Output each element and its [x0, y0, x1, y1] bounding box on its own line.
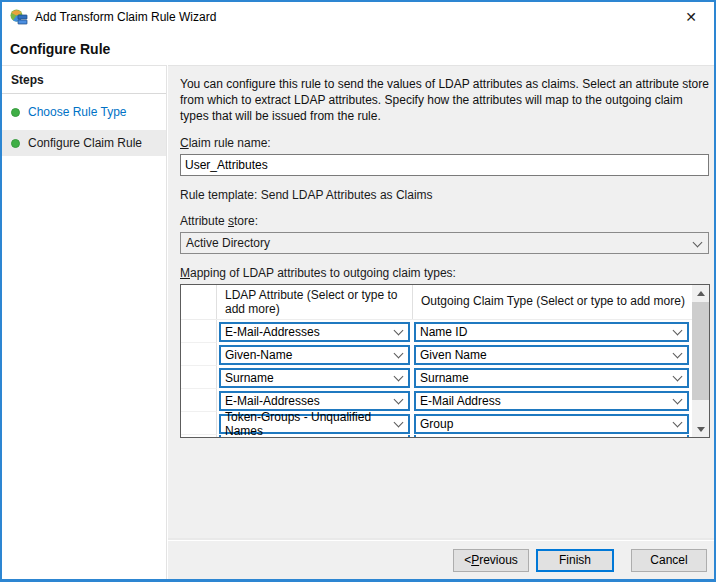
claim-rule-name-input[interactable]: User_Attributes [180, 154, 709, 176]
button-bar: < Previous Finish Cancel [168, 540, 714, 579]
outgoing-claim-select[interactable]: Surname [414, 368, 689, 388]
ldap-attribute-select[interactable]: Given-Name [219, 345, 410, 365]
scroll-up-button[interactable] [692, 285, 709, 301]
label-text: Attribute [180, 214, 228, 228]
sidebar-item-choose-rule-type[interactable]: Choose Rule Type [2, 99, 166, 125]
grid-cell: E-Mail Address [413, 389, 692, 412]
grid-cell: Given-Name [217, 343, 413, 366]
finish-button[interactable]: Finish [536, 549, 614, 572]
outgoing-claim-select[interactable]: Group [414, 414, 689, 434]
rule-description: You can configure this rule to send the … [180, 76, 709, 124]
cell-value: Name ID [420, 325, 467, 339]
ldap-attribute-select[interactable]: Token-Groups - Unqualified Names [219, 414, 410, 434]
previous-button[interactable]: < Previous [453, 549, 529, 572]
window-title: Add Transform Claim Rule Wizard [35, 10, 216, 24]
grid-cell: Surname [413, 366, 692, 389]
chevron-down-icon [693, 239, 702, 248]
chevron-down-icon [394, 327, 403, 336]
button-text: < [464, 553, 471, 567]
row-selector[interactable] [181, 389, 217, 412]
cell-value: Surname [420, 371, 469, 385]
chevron-down-icon [394, 350, 403, 359]
step-label: Choose Rule Type [28, 105, 127, 119]
table-row-new-partial [181, 435, 692, 438]
button-accesskey: P [471, 553, 479, 567]
outgoing-claim-select[interactable]: Given Name [414, 345, 689, 365]
scroll-up-icon [697, 291, 705, 296]
label-text: apping of LDAP attributes to outgoing cl… [190, 266, 456, 280]
wizard-app-icon [10, 9, 28, 25]
ldap-attribute-select[interactable]: E-Mail-Addresses [219, 322, 410, 342]
table-row: E-Mail-Addresses Name ID [181, 320, 692, 343]
chevron-down-icon [673, 396, 682, 405]
step-complete-icon [11, 139, 20, 148]
chevron-down-icon [673, 419, 682, 428]
steps-heading: Steps [2, 66, 166, 94]
scrollbar-thumb[interactable] [692, 302, 709, 400]
button-text: revious [479, 553, 518, 567]
grid-column-header-ldap: LDAP Attribute (Select or type to add mo… [217, 285, 413, 319]
table-row: Token-Groups - Unqualified Names Group [181, 412, 692, 435]
attribute-store-label: Attribute store: [180, 214, 705, 228]
rule-template-text: Rule template: Send LDAP Attributes as C… [180, 188, 705, 202]
row-selector[interactable] [181, 366, 217, 389]
mapping-grid: LDAP Attribute (Select or type to add mo… [180, 284, 710, 438]
grid-cell: E-Mail-Addresses [217, 320, 413, 343]
sidebar-item-configure-claim-rule[interactable]: Configure Claim Rule [2, 130, 166, 156]
grid-content: LDAP Attribute (Select or type to add mo… [181, 285, 692, 438]
close-button[interactable]: ✕ [678, 5, 704, 29]
title-bar: Add Transform Claim Rule Wizard ✕ [2, 2, 714, 32]
outgoing-claim-select[interactable]: E-Mail Address [414, 391, 689, 411]
ldap-attribute-select[interactable]: Surname [219, 368, 410, 388]
table-row: Surname Surname [181, 366, 692, 389]
chevron-down-icon [394, 373, 403, 382]
grid-cell: Surname [217, 366, 413, 389]
cell-value: E-Mail-Addresses [225, 394, 320, 408]
label-text: tore: [234, 214, 258, 228]
grid-cell: Given Name [413, 343, 692, 366]
grid-cell: Name ID [413, 320, 692, 343]
scroll-down-icon [697, 427, 705, 432]
table-row: Given-Name Given Name [181, 343, 692, 366]
ldap-attribute-select[interactable] [219, 435, 410, 438]
cell-value: Group [420, 417, 453, 431]
grid-header-row: LDAP Attribute (Select or type to add mo… [181, 285, 692, 320]
grid-cell: Group [413, 412, 692, 435]
step-complete-icon [11, 108, 20, 117]
chevron-down-icon [394, 396, 403, 405]
label-text: laim rule name: [189, 136, 271, 150]
attribute-store-select[interactable]: Active Directory [180, 232, 709, 254]
row-selector[interactable] [181, 412, 217, 435]
claim-rule-name-label: Claim rule name: [180, 136, 705, 150]
steps-sidebar: Steps Choose Rule Type Configure Claim R… [2, 65, 167, 579]
button-text: Finish [559, 553, 591, 567]
chevron-down-icon [673, 373, 682, 382]
cancel-button[interactable]: Cancel [631, 549, 707, 572]
cell-value: Given Name [420, 348, 487, 362]
scroll-down-button[interactable] [692, 421, 709, 437]
grid-scrollbar[interactable] [692, 285, 709, 437]
grid-cell [217, 435, 413, 438]
grid-row-selector-header [181, 285, 217, 319]
mapping-label: Mapping of LDAP attributes to outgoing c… [180, 266, 705, 280]
outgoing-claim-select[interactable] [414, 435, 689, 438]
cell-value: Given-Name [225, 348, 292, 362]
cell-value: E-Mail Address [420, 394, 501, 408]
chevron-down-icon [673, 350, 682, 359]
cell-value: E-Mail-Addresses [225, 325, 320, 339]
grid-cell [413, 435, 692, 438]
label-accesskey: M [180, 266, 190, 280]
claim-rule-name-value: User_Attributes [185, 158, 268, 172]
grid-cell: Token-Groups - Unqualified Names [217, 412, 413, 435]
wizard-window: Add Transform Claim Rule Wizard ✕ Config… [0, 0, 716, 582]
grid-column-header-claim: Outgoing Claim Type (Select or type to a… [413, 285, 692, 319]
row-selector[interactable] [181, 343, 217, 366]
row-selector[interactable] [181, 320, 217, 343]
ldap-attribute-select[interactable]: E-Mail-Addresses [219, 391, 410, 411]
step-label: Configure Claim Rule [28, 136, 142, 150]
chevron-down-icon [673, 327, 682, 336]
row-selector[interactable] [181, 435, 217, 438]
close-icon: ✕ [685, 9, 697, 25]
outgoing-claim-select[interactable]: Name ID [414, 322, 689, 342]
cell-value: Surname [225, 371, 274, 385]
